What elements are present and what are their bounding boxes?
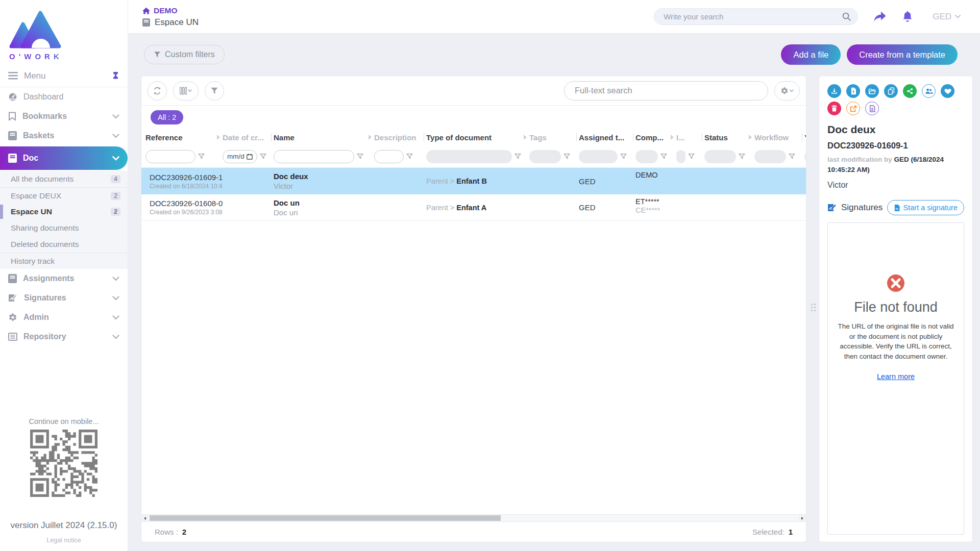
sidebar-item-espace-un[interactable]: Espace UN 2 xyxy=(0,204,128,220)
scroll-left-arrow[interactable] xyxy=(141,515,149,521)
sidebar-item-bookmarks[interactable]: Bookmarks xyxy=(0,107,128,126)
open-folder-button[interactable] xyxy=(865,84,879,98)
menu-toggle[interactable]: Menu xyxy=(0,65,128,87)
filter-funnel-icon[interactable] xyxy=(514,153,521,160)
column-header-assigned[interactable]: Assigned t... xyxy=(579,133,635,142)
filter-funnel-icon[interactable] xyxy=(789,153,795,160)
sidebar-item-dashboard[interactable]: Dashboard xyxy=(0,87,128,107)
filter-button[interactable] xyxy=(205,81,224,101)
column-header-type[interactable]: Type of document xyxy=(426,133,529,142)
upload-version-button[interactable] xyxy=(846,84,860,98)
open-external-button[interactable] xyxy=(846,102,860,115)
filter-funnel-icon[interactable] xyxy=(660,153,667,160)
column-header-company[interactable]: Comp... xyxy=(635,133,676,142)
column-header-i[interactable]: I... xyxy=(676,133,704,142)
favorite-button[interactable] xyxy=(941,84,954,98)
start-signature-button[interactable]: Start a signature xyxy=(887,200,964,215)
filter-funnel-icon[interactable] xyxy=(357,153,363,160)
filter-funnel-icon[interactable] xyxy=(620,153,627,160)
sidebar-item-signatures[interactable]: Signatures xyxy=(0,288,128,308)
subnav-label: History track xyxy=(11,257,55,266)
columns-button[interactable] xyxy=(173,81,199,101)
table-settings-button[interactable] xyxy=(774,81,800,101)
primary-actions: Add a file Create from a template xyxy=(781,44,958,65)
column-header-date[interactable]: Date of cr... xyxy=(223,133,274,142)
sidebar-item-doc[interactable]: Doc xyxy=(0,146,128,170)
tab-all[interactable]: All : 2 xyxy=(151,110,183,124)
sidebar-item-baskets[interactable]: Baskets xyxy=(0,126,128,145)
sidebar-item-sharing-documents[interactable]: Sharing documents xyxy=(0,220,128,236)
table-row[interactable]: DOC230926-01608-0 Created on 9/26/2023 3… xyxy=(141,194,806,221)
document-type: Parent > Enfant A xyxy=(426,204,529,212)
legal-notice-link[interactable]: Legal notice xyxy=(0,537,128,544)
sort-arrow-icon[interactable] xyxy=(670,134,674,140)
refresh-button[interactable] xyxy=(148,81,167,101)
properties-button[interactable] xyxy=(865,102,879,115)
sidebar-item-label: Bookmarks xyxy=(22,112,67,121)
detail-owner: Victor xyxy=(827,181,964,190)
column-header-tags[interactable]: Tags xyxy=(529,133,579,142)
pin-sidebar-icon[interactable] xyxy=(112,71,119,80)
user-menu-label: GED xyxy=(933,12,951,22)
global-search-input[interactable] xyxy=(654,8,858,25)
panel-resize-handle[interactable] xyxy=(811,300,816,314)
add-file-button[interactable]: Add a file xyxy=(781,44,841,65)
share-button[interactable] xyxy=(903,84,917,98)
column-header-workflow[interactable]: Workflow xyxy=(754,133,804,142)
sidebar-item-all-documents[interactable]: All the documents 4 xyxy=(0,171,128,187)
share-shortcut-icon[interactable] xyxy=(873,11,887,22)
signature-icon xyxy=(8,293,18,303)
search-icon[interactable] xyxy=(842,12,851,21)
filter-funnel-icon[interactable] xyxy=(739,153,745,160)
column-header-y[interactable]: Y xyxy=(804,133,806,142)
learn-more-link[interactable]: Learn more xyxy=(877,372,915,381)
scrollbar-thumb[interactable] xyxy=(150,515,501,521)
filter-funnel-icon[interactable] xyxy=(198,153,205,160)
filter-reference-input[interactable] xyxy=(145,150,195,163)
filter-funnel-icon[interactable] xyxy=(406,153,413,160)
column-header-description[interactable]: Description xyxy=(374,133,426,142)
filter-funnel-icon[interactable] xyxy=(260,153,266,160)
filter-name-input[interactable] xyxy=(274,150,354,163)
sidebar-item-espace-deux[interactable]: Espace DEUX 2 xyxy=(0,187,128,204)
sidebar-item-label: Assignments xyxy=(23,274,74,283)
filter-workflow-disabled xyxy=(754,150,786,163)
sidebar-item-history-track[interactable]: History track xyxy=(0,253,128,269)
sort-arrow-icon[interactable] xyxy=(216,134,220,140)
column-divider xyxy=(271,133,272,141)
user-menu[interactable]: GED xyxy=(933,12,961,22)
sort-arrow-icon[interactable] xyxy=(748,134,752,140)
breadcrumb-home[interactable]: DEMO xyxy=(142,6,199,15)
column-header-status[interactable]: Status xyxy=(704,133,754,142)
column-header-reference[interactable]: Reference xyxy=(145,133,223,142)
custom-filters-button[interactable]: Custom filters xyxy=(144,45,225,64)
create-from-template-button[interactable]: Create from a template xyxy=(847,44,958,65)
dashboard-icon xyxy=(8,92,17,102)
filter-description-input[interactable] xyxy=(374,150,404,163)
chevron-down-icon xyxy=(112,277,119,281)
sidebar-item-label: Signatures xyxy=(24,293,66,303)
horizontal-scrollbar[interactable] xyxy=(141,514,806,521)
filter-funnel-icon[interactable] xyxy=(688,153,695,160)
sidebar-item-assignments[interactable]: Assignments xyxy=(0,269,128,288)
filter-funnel-icon[interactable] xyxy=(564,153,570,160)
notifications-bell-icon[interactable] xyxy=(902,11,913,23)
sort-arrow-icon[interactable] xyxy=(523,134,527,140)
rows-count: 2 xyxy=(182,528,186,536)
download-button[interactable] xyxy=(827,84,841,98)
sidebar-item-repository[interactable]: Repository xyxy=(0,327,128,346)
filter-date-input[interactable]: mm/d xyxy=(223,150,257,163)
scroll-right-arrow[interactable] xyxy=(799,515,806,521)
fulltext-search-input[interactable] xyxy=(564,81,768,101)
sidebar-item-admin[interactable]: Admin xyxy=(0,308,128,327)
duplicate-button[interactable] xyxy=(884,84,898,98)
table-row[interactable]: DOC230926-01609-1 Created on 6/18/2024 1… xyxy=(141,168,806,194)
document-preview: File not found The URL of the original f… xyxy=(827,222,964,535)
assign-users-button[interactable] xyxy=(922,84,936,98)
scrollbar-track[interactable] xyxy=(149,515,799,521)
sort-arrow-icon[interactable] xyxy=(368,134,372,140)
delete-button[interactable] xyxy=(827,102,841,115)
document-reference: DOC230926-01608-0 xyxy=(150,199,223,208)
column-header-name[interactable]: Name xyxy=(274,133,374,142)
sidebar-item-deleted-documents[interactable]: Deleted documents xyxy=(0,236,128,253)
